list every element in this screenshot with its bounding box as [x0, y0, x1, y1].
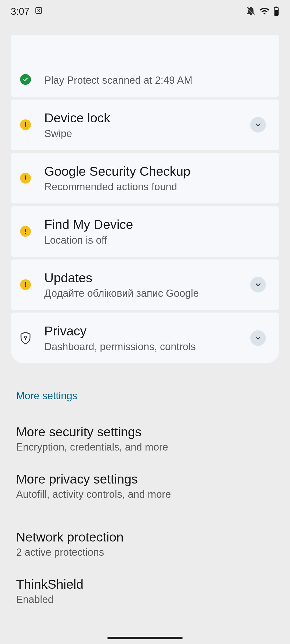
card-subtitle: Додайте обліковий запис Google: [44, 288, 242, 299]
warning-icon: !: [15, 173, 36, 184]
card-find-my-device[interactable]: ! Find My Device Location is off: [11, 206, 279, 257]
card-subtitle: Recommended actions found: [44, 181, 269, 193]
card-subtitle: Play Protect scanned at 2:49 AM: [44, 75, 269, 86]
chevron-down-icon: [254, 334, 262, 342]
check-icon: [15, 74, 36, 85]
card-privacy[interactable]: Privacy Dashboard, permissions, controls: [11, 313, 279, 363]
wifi-icon: [259, 6, 270, 17]
warning-icon: !: [15, 279, 36, 290]
card-security-checkup[interactable]: ! Google Security Checkup Recommended ac…: [11, 153, 279, 204]
status-right: [246, 6, 279, 17]
card-subtitle: Location is off: [44, 235, 269, 246]
card-title: Find My Device: [44, 217, 269, 232]
list-title: More privacy settings: [16, 472, 274, 486]
warning-icon: !: [15, 226, 36, 237]
card-group: Play Protect scanned at 2:49 AM ! Device…: [0, 64, 290, 363]
card-device-lock[interactable]: ! Device lock Swipe: [11, 100, 279, 150]
list-title: Network protection: [16, 530, 274, 544]
navigation-handle[interactable]: [107, 637, 183, 639]
status-left: 3:07: [11, 6, 43, 17]
list-subtitle: Autofill, activity controls, and more: [16, 489, 274, 500]
card-title: Device lock: [44, 110, 242, 126]
status-bar: 3:07: [0, 0, 290, 23]
notifications-off-icon: [246, 6, 256, 17]
list-subtitle: Encryption, credentials, and more: [16, 441, 274, 453]
expand-button[interactable]: [250, 330, 266, 346]
warning-icon: !: [15, 119, 36, 130]
list-title: More security settings: [16, 425, 274, 439]
item-more-security[interactable]: More security settings Encryption, crede…: [0, 415, 290, 462]
card-title: Updates: [44, 270, 242, 286]
item-thinkshield[interactable]: ThinkShield Enabled: [0, 568, 290, 615]
card-app-security[interactable]: Play Protect scanned at 2:49 AM: [11, 35, 279, 97]
svg-rect-5: [275, 10, 278, 15]
svg-rect-4: [276, 6, 277, 7]
battery-icon: [273, 6, 279, 17]
chevron-down-icon: [254, 281, 262, 289]
chevron-down-icon: [254, 121, 262, 129]
item-more-privacy[interactable]: More privacy settings Autofill, activity…: [0, 462, 290, 510]
item-network-protection[interactable]: Network protection 2 active protections: [0, 520, 290, 568]
card-subtitle: Dashboard, permissions, controls: [44, 341, 242, 353]
more-settings-header: More settings: [0, 363, 290, 415]
list-title: ThinkShield: [16, 577, 274, 592]
card-icon: [34, 6, 43, 17]
list-subtitle: 2 active protections: [16, 547, 274, 558]
list-subtitle: Enabled: [16, 594, 274, 605]
svg-point-6: [24, 336, 26, 338]
shield-icon: [15, 331, 36, 345]
card-subtitle: Swipe: [44, 128, 242, 140]
card-updates[interactable]: ! Updates Додайте обліковий запис Google: [11, 259, 279, 310]
expand-button[interactable]: [250, 277, 266, 292]
card-title: Google Security Checkup: [44, 164, 269, 179]
card-title: Privacy: [44, 323, 242, 339]
expand-button[interactable]: [250, 117, 266, 133]
status-time: 3:07: [11, 6, 30, 17]
